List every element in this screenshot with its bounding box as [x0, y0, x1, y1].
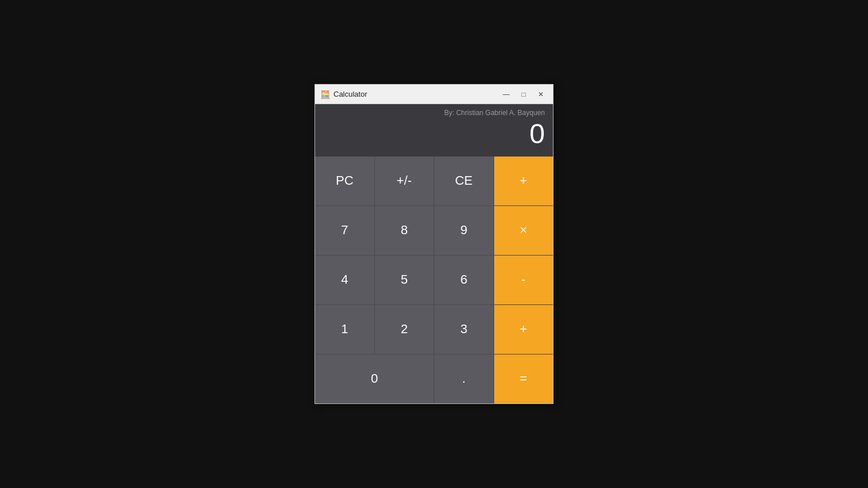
ce-button[interactable]: CE — [434, 157, 494, 205]
one-button[interactable]: 1 — [315, 305, 374, 354]
maximize-button[interactable]: □ — [516, 89, 531, 100]
eight-button[interactable]: 8 — [375, 206, 434, 255]
nine-button[interactable]: 9 — [434, 206, 494, 255]
seven-button[interactable]: 7 — [315, 206, 374, 255]
three-button[interactable]: 3 — [434, 305, 494, 354]
decimal-button[interactable]: . — [434, 354, 494, 403]
two-button[interactable]: 2 — [375, 305, 434, 354]
zero-button[interactable]: 0 — [315, 354, 434, 403]
window-controls: — □ ✕ — [499, 89, 548, 100]
sign-button[interactable]: +/- — [375, 157, 434, 205]
minimize-button[interactable]: — — [499, 89, 514, 100]
close-button[interactable]: ✕ — [533, 89, 548, 100]
six-button[interactable]: 6 — [434, 256, 494, 304]
pc-button[interactable]: PC — [315, 157, 374, 205]
buttons-grid: PC +/- CE + 7 8 9 × 4 5 6 - 1 2 3 + 0 . … — [315, 157, 553, 403]
equals-button[interactable]: = — [494, 354, 554, 403]
four-button[interactable]: 4 — [315, 256, 374, 304]
display-area: By: Christian Gabriel A. Bayquen 0 — [315, 104, 553, 157]
app-icon: 🧮 — [320, 89, 330, 100]
five-button[interactable]: 5 — [375, 256, 434, 304]
calculator-window: 🧮 Calculator — □ ✕ By: Christian Gabriel… — [314, 84, 554, 404]
multiply-button[interactable]: × — [494, 206, 554, 255]
window-title: Calculator — [333, 90, 499, 98]
plus-button[interactable]: + — [494, 305, 554, 354]
display-value: 0 — [323, 119, 545, 150]
title-bar: 🧮 Calculator — □ ✕ — [315, 85, 553, 104]
credit-text: By: Christian Gabriel A. Bayquen — [323, 109, 545, 117]
add-button[interactable]: + — [494, 157, 554, 205]
subtract-button[interactable]: - — [494, 256, 554, 304]
